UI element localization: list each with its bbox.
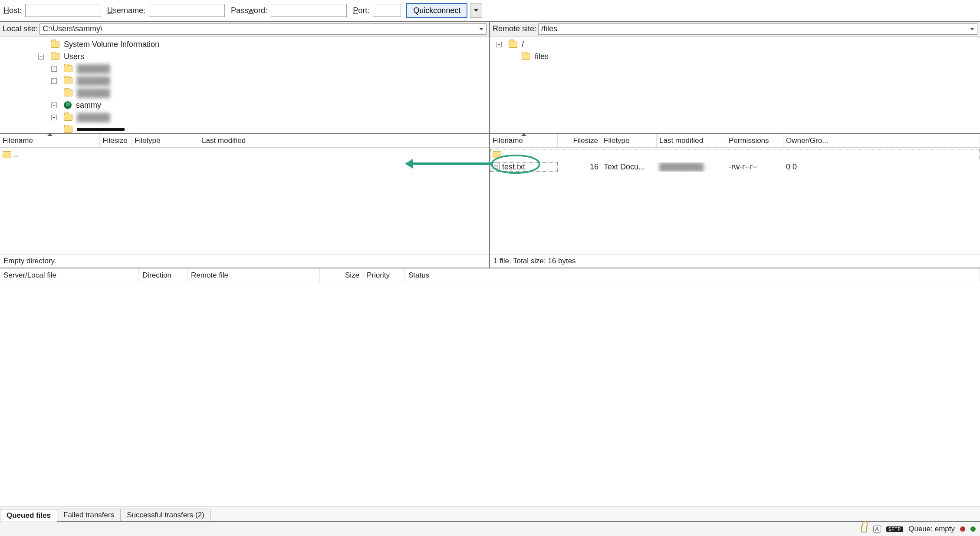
queue-body[interactable] — [0, 282, 980, 506]
tree-node-label: files — [535, 52, 549, 61]
modified-value: ████████… — [659, 162, 711, 172]
tab-failed-transfers[interactable]: Failed transfers — [57, 509, 121, 521]
expand-icon[interactable]: + — [51, 78, 57, 84]
protocol-badge[interactable]: SFTP — [886, 526, 904, 532]
local-list-header[interactable]: Filename Filesize Filetype Last modified — [0, 134, 489, 148]
expand-icon[interactable]: + — [51, 66, 57, 72]
folder-icon — [51, 41, 59, 48]
local-pane: Local site: C:\Users\sammy\ System Volum… — [0, 22, 490, 133]
folder-icon — [493, 151, 501, 158]
chevron-down-icon — [474, 9, 478, 12]
folder-icon — [509, 41, 517, 48]
local-list-body[interactable]: .. — [0, 148, 489, 255]
remote-tree[interactable]: −/files — [490, 36, 980, 133]
col-filetype[interactable]: Filetype — [132, 134, 199, 147]
col-remote-file[interactable]: Remote file — [187, 268, 320, 282]
remote-list-status: 1 file. Total size: 16 bytes — [490, 255, 980, 268]
password-label: Password: — [231, 6, 267, 15]
tree-node-label: ██████ — [77, 113, 110, 122]
local-path-combo[interactable]: C:\Users\sammy\ — [39, 23, 487, 35]
tree-node-label: System Volume Information — [64, 40, 159, 49]
port-input[interactable] — [373, 4, 401, 17]
tree-node-label: ██████ — [77, 76, 110, 86]
status-led-red[interactable] — [960, 526, 965, 532]
tree-node[interactable]: files — [492, 50, 980, 63]
collapse-icon[interactable]: − — [38, 54, 44, 60]
cell-value: -rw-r--r-- — [729, 162, 758, 172]
col-filesize[interactable]: Filesize — [558, 134, 601, 147]
remote-site-label: Remote site: — [493, 24, 536, 33]
remote-list-body[interactable]: ..test.txt16Text Docu...████████…-rw-r--… — [490, 148, 980, 255]
tree-node[interactable]: System Volume Information — [2, 38, 489, 50]
folder-icon — [64, 77, 72, 84]
quickconnect-button[interactable]: QQuickconnectuickconnect — [406, 3, 467, 18]
chevron-down-icon — [479, 28, 483, 30]
col-priority[interactable]: Priority — [363, 268, 405, 282]
quickconnect-bar: Host: Username: Password: Port: QQuickco… — [0, 0, 980, 22]
remote-path-value: /files — [541, 24, 557, 33]
folder-icon — [64, 65, 72, 72]
user-icon — [64, 101, 72, 109]
col-direction[interactable]: Direction — [139, 268, 187, 282]
tree-node[interactable]: −Users — [2, 50, 489, 63]
col-modified[interactable]: Last modified — [657, 134, 726, 147]
local-tree[interactable]: System Volume Information−Users+██████+█… — [0, 36, 489, 133]
tab-successful-transfers[interactable]: Successful transfers (2) — [120, 509, 211, 521]
col-server-local[interactable]: Server/Local file — [0, 268, 139, 282]
port-label: Port: — [353, 6, 369, 15]
tree-node[interactable]: +██████ — [2, 111, 489, 123]
tree-node-label: / — [522, 40, 524, 49]
folder-icon — [51, 53, 59, 60]
tab-queued-files[interactable]: Queued files — [0, 509, 57, 522]
local-site-label: Local site: — [3, 24, 38, 33]
list-row[interactable]: test.txt16Text Docu...████████…-rw-r--r-… — [490, 161, 980, 173]
tree-node[interactable]: −/ — [492, 38, 980, 50]
folder-icon — [3, 151, 11, 158]
col-status[interactable]: Status — [405, 268, 980, 282]
tree-node[interactable]: +sammy — [2, 99, 489, 111]
queue-header[interactable]: Server/Local file Direction Remote file … — [0, 268, 980, 282]
remote-list-header[interactable]: Filename Filesize Filetype Last modified… — [490, 134, 980, 148]
host-label: Host: — [3, 6, 22, 15]
col-filesize[interactable]: Filesize — [100, 134, 132, 147]
queue-tabs: Queued files Failed transfers Successful… — [0, 506, 980, 521]
file-name: .. — [14, 150, 18, 159]
username-label: Username: — [107, 6, 145, 15]
tree-node-label: sammy — [76, 101, 101, 110]
expand-icon[interactable]: + — [51, 115, 57, 120]
remote-path-combo[interactable]: /files — [538, 23, 977, 35]
status-led-green[interactable] — [970, 526, 976, 532]
tree-node-label: ██████ — [77, 64, 110, 73]
site-trees: Local site: C:\Users\sammy\ System Volum… — [0, 22, 980, 134]
folder-icon — [64, 126, 72, 133]
col-modified[interactable]: Last modified — [199, 134, 489, 147]
username-input[interactable] — [149, 4, 225, 17]
tree-node[interactable] — [2, 123, 489, 133]
keyboard-badge[interactable]: A — [873, 526, 881, 533]
cell-value: 16 — [590, 162, 599, 172]
tree-node-label: Users — [64, 52, 84, 61]
lock-icon[interactable] — [861, 526, 867, 533]
collapse-icon[interactable]: − — [496, 42, 502, 47]
col-filename[interactable]: Filename — [0, 134, 100, 147]
col-owner[interactable]: Owner/Gro... — [783, 134, 980, 147]
col-permissions[interactable]: Permissions — [726, 134, 783, 147]
local-list-status: Empty directory. — [0, 255, 489, 268]
list-row[interactable]: .. — [0, 149, 489, 161]
remote-pane: Remote site: /files −/files — [490, 22, 980, 133]
list-row[interactable]: .. — [490, 149, 980, 161]
tree-node[interactable]: +██████ — [2, 63, 489, 75]
tree-node[interactable]: ██████ — [2, 87, 489, 99]
remote-file-list: Filename Filesize Filetype Last modified… — [490, 134, 980, 268]
password-input[interactable] — [271, 4, 347, 17]
host-input[interactable] — [25, 4, 101, 17]
remote-site-row: Remote site: /files — [490, 22, 980, 36]
local-file-list: Filename Filesize Filetype Last modified… — [0, 134, 490, 268]
tree-node[interactable]: +██████ — [2, 75, 489, 87]
col-filename[interactable]: Filename — [490, 134, 558, 147]
col-size[interactable]: Size — [320, 268, 363, 282]
expand-icon[interactable]: + — [51, 103, 57, 108]
local-path-value: C:\Users\sammy\ — [43, 24, 102, 33]
quickconnect-dropdown[interactable] — [470, 3, 482, 18]
col-filetype[interactable]: Filetype — [601, 134, 657, 147]
